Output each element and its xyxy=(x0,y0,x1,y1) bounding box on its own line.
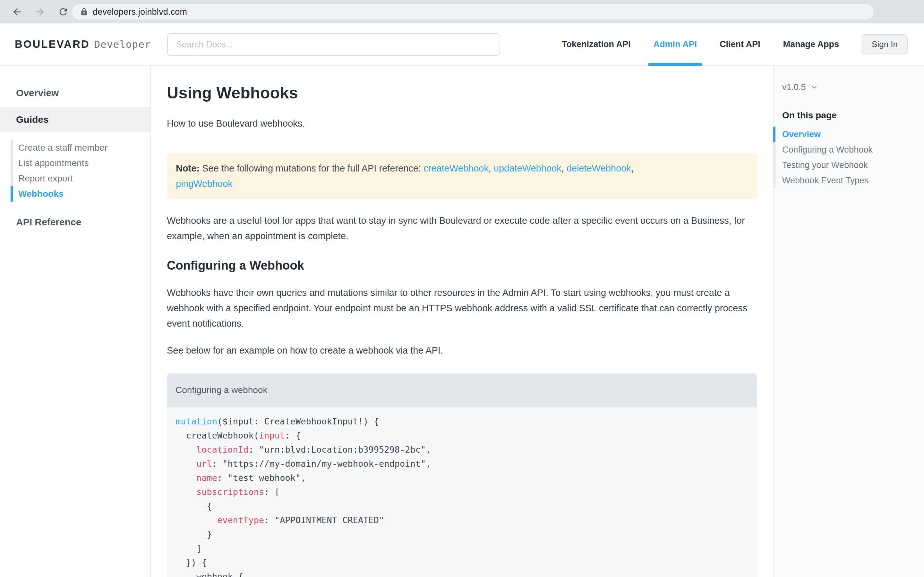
version-selector[interactable]: v1.0.5 xyxy=(774,79,924,95)
code-line: name: "test webhook", xyxy=(176,471,748,485)
search-input[interactable] xyxy=(167,33,500,56)
sidebar-guide-create-a-staff-member[interactable]: Create a staff member xyxy=(0,140,150,155)
code-line: createWebhook(input: { xyxy=(176,429,748,443)
lock-icon xyxy=(80,8,88,16)
link-deletewebhook[interactable]: deleteWebhook xyxy=(567,163,631,173)
code-line: }) { xyxy=(176,556,748,570)
nav-item-manage-apps[interactable]: Manage Apps xyxy=(783,23,839,65)
code-line: mutation($input: CreateWebhookInput!) { xyxy=(176,414,748,429)
intro-text: How to use Boulevard webhooks. xyxy=(167,116,757,131)
primary-nav: Tokenization APIAdmin APIClient APIManag… xyxy=(562,23,908,65)
toc-item-webhook-event-types[interactable]: Webhook Event Types xyxy=(774,173,924,188)
note-text: See the following mutations for the full… xyxy=(200,163,423,173)
sidebar-guide-list-appointments[interactable]: List appointments xyxy=(0,155,150,171)
nav-item-tokenization-api[interactable]: Tokenization API xyxy=(562,23,631,65)
note-text: Note: xyxy=(176,163,200,173)
code-line: locationId: "urn:blvd:Location:b3995298-… xyxy=(176,443,748,457)
link-createwebhook[interactable]: createWebhook xyxy=(423,163,489,173)
sign-in-button[interactable]: Sign In xyxy=(862,34,908,54)
code-line: { xyxy=(176,499,748,513)
version-label: v1.0.5 xyxy=(782,82,806,92)
browser-window: developers.joinblvd.com BOULEVARD Develo… xyxy=(0,0,924,577)
paragraph-see-below: See below for an example on how to creat… xyxy=(167,343,757,358)
code-line: subscriptions: [ xyxy=(176,485,748,499)
main-content: Using Webhooks How to use Boulevard webh… xyxy=(151,66,773,577)
brand-logo[interactable]: BOULEVARD Developer xyxy=(15,23,151,65)
toc-item-configuring-a-webhook[interactable]: Configuring a Webhook xyxy=(774,142,924,157)
paragraph-overview: Webhooks are a useful tool for apps that… xyxy=(167,213,757,243)
url-bar[interactable]: developers.joinblvd.com xyxy=(72,4,874,19)
code-block-title: Configuring a webhook xyxy=(167,374,757,407)
sidebar-item-api-reference[interactable]: API Reference xyxy=(0,211,150,234)
browser-toolbar: developers.joinblvd.com xyxy=(0,0,924,23)
toc-item-testing-your-webhook[interactable]: Testing your Webhook xyxy=(774,157,924,173)
note-text: , xyxy=(631,163,634,173)
note-text: , xyxy=(561,163,567,173)
page-body: Overview Guides Create a staff memberLis… xyxy=(0,66,924,577)
sidebar-item-guides[interactable]: Guides xyxy=(0,107,150,132)
code-line: eventType: "APPOINTMENT_CREATED" xyxy=(176,513,748,527)
nav-item-client-api[interactable]: Client API xyxy=(720,23,760,65)
note-text: , xyxy=(489,163,494,173)
site-header: BOULEVARD Developer Tokenization APIAdmi… xyxy=(0,23,924,66)
link-pingwebhook[interactable]: pingWebhook xyxy=(176,179,233,189)
nav-items: Tokenization APIAdmin APIClient APIManag… xyxy=(562,23,839,65)
back-button[interactable] xyxy=(9,4,25,20)
code-block: Configuring a webhook mutation($input: C… xyxy=(167,374,757,577)
left-sidebar: Overview Guides Create a staff memberLis… xyxy=(0,66,151,577)
guides-sub-list: Create a staff memberList appointmentsRe… xyxy=(0,140,150,201)
sidebar-item-overview[interactable]: Overview xyxy=(0,81,150,105)
reload-button[interactable] xyxy=(55,4,71,20)
page-title: Using Webhooks xyxy=(167,81,757,105)
forward-arrow-icon xyxy=(35,6,45,17)
back-arrow-icon xyxy=(11,6,23,17)
sidebar-guide-webhooks[interactable]: Webhooks xyxy=(0,186,150,201)
code-snippet: mutation($input: CreateWebhookInput!) { … xyxy=(167,407,757,577)
forward-button[interactable] xyxy=(32,4,48,20)
url-text: developers.joinblvd.com xyxy=(93,7,187,17)
code-line: url: "https://my-domain/my-webhook-endpo… xyxy=(176,457,748,471)
code-line: webhook { xyxy=(176,570,748,577)
brand-name: BOULEVARD xyxy=(15,38,90,50)
nav-item-admin-api[interactable]: Admin API xyxy=(653,23,697,65)
section-title-configuring: Configuring a Webhook xyxy=(167,255,757,276)
link-updatewebhook[interactable]: updateWebhook xyxy=(494,163,561,173)
toc-heading: On this page xyxy=(774,106,924,124)
toc-list: OverviewConfiguring a WebhookTesting you… xyxy=(774,127,924,188)
reload-icon xyxy=(58,6,69,17)
sidebar-guide-report-export[interactable]: Report export xyxy=(0,171,150,186)
code-line: } xyxy=(176,527,748,542)
right-sidebar: v1.0.5 On this page OverviewConfiguring … xyxy=(773,66,924,577)
toc-item-overview[interactable]: Overview xyxy=(774,127,924,142)
paragraph-configuring: Webhooks have their own queries and muta… xyxy=(167,285,757,331)
note-callout: Note: See the following mutations for th… xyxy=(167,153,757,199)
brand-suffix: Developer xyxy=(94,39,151,50)
code-line: ] xyxy=(176,542,748,556)
chevron-down-icon xyxy=(811,83,818,91)
